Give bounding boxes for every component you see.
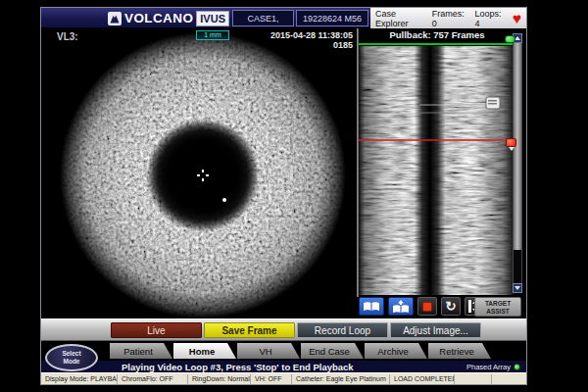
probe-type-label: Phased Array	[466, 363, 511, 371]
probe-type-indicator: Phased Array	[466, 363, 520, 371]
adjust-image-button[interactable]: Adjust Image...	[390, 322, 481, 338]
timestamp: 2015-04-28 11:38:05	[235, 30, 353, 40]
action-button-bar: Live Save Frame Record Loop Adjust Image…	[41, 318, 526, 341]
pullback-longitudinal-image[interactable]	[359, 46, 514, 295]
info-display-mode: Display Mode: PLAYBACK	[41, 374, 118, 384]
tab-vh[interactable]: VH	[237, 343, 300, 359]
tab-archive[interactable]: Archive	[365, 343, 427, 359]
frame-position-handle[interactable]	[506, 138, 516, 147]
status-bar: Playing Video Loop #3, Press 'Stop' to E…	[41, 361, 526, 372]
loop-library-button[interactable]	[359, 297, 384, 316]
live-button[interactable]: Live	[111, 322, 202, 338]
brand-logo: VOLCANO IVUS	[108, 11, 229, 25]
target-assist-label-1: TARGET	[475, 300, 520, 308]
tab-retrieve[interactable]: Retrieve	[428, 343, 491, 359]
bookmark-tag-icon[interactable]	[486, 97, 500, 109]
info-load-status: LOAD COMPLETED	[390, 374, 455, 384]
refresh-loop-button[interactable]: ↻	[441, 297, 461, 316]
scale-marker: 1 mm	[196, 30, 229, 40]
patient-id-field: 19228624 M56	[296, 10, 368, 26]
select-mode-label-1: Select	[47, 350, 96, 358]
heart-icon: ♥	[513, 13, 521, 24]
volcano-logo-icon	[108, 12, 122, 25]
select-mode-button[interactable]: Select Mode	[45, 344, 98, 371]
lumen-region	[147, 120, 259, 231]
status-indicator-green	[505, 35, 515, 43]
frame-number: 0185	[235, 40, 353, 50]
screen: VOLCANO IVUS CASE1, 19228624 M56 Case Ex…	[0, 0, 588, 392]
target-assist-label-2: ASSIST	[475, 308, 520, 316]
info-empty-cell	[455, 374, 492, 384]
brand-product-label: IVUS	[196, 11, 229, 26]
info-empty-cell	[492, 374, 525, 384]
scroll-down-button[interactable]	[513, 283, 522, 293]
case-info-strip: Case Explorer Frames: 0 Loops: 4 ♥	[370, 8, 526, 28]
refresh-icon: ↻	[446, 300, 457, 313]
scrollbar-loaded-segment	[514, 250, 521, 283]
open-book-icon	[363, 301, 380, 313]
info-ringdown: RingDown: Normal	[188, 374, 251, 384]
loop-label: VL3:	[57, 31, 78, 42]
brand-name: VOLCANO	[124, 11, 193, 25]
tomographic-ivus-image[interactable]	[43, 28, 357, 318]
info-catheter: Catheter: Eagle Eye Platinum	[292, 374, 390, 384]
info-chromaflo: ChromaFlo: OFF	[118, 374, 188, 384]
main-display-area: VL3: 1 mm 2015-04-28 11:38:05 0185 Pullb…	[41, 28, 526, 318]
case-explorer-button[interactable]: Case Explorer	[375, 9, 423, 28]
stop-icon	[422, 302, 432, 312]
title-bar: VOLCANO IVUS CASE1, 19228624 M56 Case Ex…	[41, 8, 526, 28]
tab-patient[interactable]: Patient	[110, 343, 172, 359]
pullback-header: Pullback: 757 Frames	[359, 29, 515, 40]
info-vh: VH: OFF	[251, 374, 292, 384]
timestamp-block: 2015-04-28 11:38:05 0185	[235, 30, 353, 50]
nav-tab-bar: Patient Home VH End Case Archive Retriev…	[41, 341, 526, 361]
stop-playback-button[interactable]	[417, 297, 437, 316]
case-name-field: CASE1,	[232, 10, 294, 26]
bookmark-save-button[interactable]	[388, 297, 414, 316]
loops-count: Loops: 4	[475, 9, 505, 28]
select-mode-label-2: Mode	[47, 358, 96, 366]
tab-home[interactable]: Home	[173, 343, 236, 359]
pullback-header-underline	[359, 43, 515, 45]
status-message: Playing Video Loop #3, Press 'Stop' to E…	[122, 362, 354, 372]
tab-end-case[interactable]: End Case	[301, 343, 364, 359]
frames-count: Frames: 0	[432, 9, 466, 28]
down-arrow-icon	[514, 286, 520, 290]
echo-bright-spot	[222, 198, 226, 202]
ivus-app-window: VOLCANO IVUS CASE1, 19228624 M56 Case Ex…	[40, 7, 527, 385]
probe-status-green-dot	[514, 364, 520, 370]
record-loop-button[interactable]: Record Loop	[297, 322, 388, 338]
book-with-arrow-icon	[392, 300, 410, 314]
save-frame-button[interactable]: Save Frame	[204, 322, 295, 338]
target-assist-button[interactable]: TARGET ASSIST	[474, 297, 521, 317]
system-info-bar: Display Mode: PLAYBACK ChromaFlo: OFF Ri…	[41, 372, 526, 384]
